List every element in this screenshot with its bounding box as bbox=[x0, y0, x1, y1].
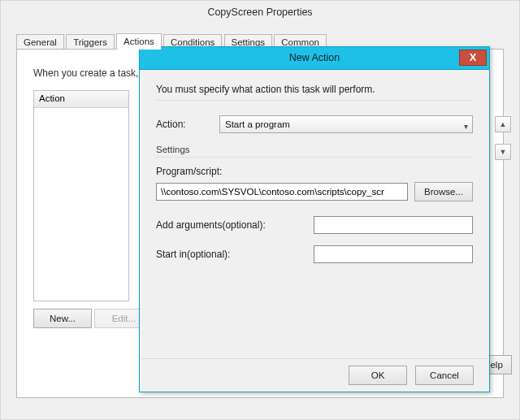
tab-general[interactable]: General bbox=[16, 34, 64, 50]
properties-title: CopyScreen Properties bbox=[1, 1, 519, 24]
actions-list-header[interactable]: Action bbox=[34, 91, 128, 108]
start-in-input[interactable] bbox=[314, 245, 473, 263]
chevron-down-icon: ▾ bbox=[464, 119, 468, 135]
cancel-button[interactable]: Cancel bbox=[415, 366, 474, 385]
start-in-label: Start in(optional): bbox=[156, 249, 314, 260]
add-arguments-input[interactable] bbox=[314, 216, 473, 234]
program-script-row: Browse... bbox=[156, 182, 473, 201]
action-row: Action: Start a program ▾ bbox=[156, 115, 473, 133]
tab-triggers[interactable]: Triggers bbox=[66, 34, 115, 50]
actions-list[interactable]: Action bbox=[33, 90, 129, 301]
close-icon: X bbox=[470, 51, 477, 63]
program-script-label: Program/script: bbox=[156, 166, 473, 177]
settings-divider bbox=[156, 157, 473, 158]
start-in-row: Start in(optional): bbox=[156, 245, 473, 263]
new-action-titlebar[interactable]: New Action X bbox=[140, 47, 489, 70]
new-action-footer: OK Cancel bbox=[141, 358, 488, 391]
add-arguments-row: Add arguments(optional): bbox=[156, 216, 473, 234]
browse-button[interactable]: Browse... bbox=[414, 182, 473, 201]
settings-caption: Settings bbox=[156, 145, 473, 154]
actions-order-spinner: ▲ ▼ bbox=[495, 116, 511, 171]
add-arguments-label: Add arguments(optional): bbox=[156, 219, 314, 231]
action-label: Action: bbox=[156, 119, 219, 130]
move-down-button[interactable]: ▼ bbox=[495, 144, 511, 160]
new-action-button[interactable]: New... bbox=[33, 309, 92, 328]
move-up-button[interactable]: ▲ bbox=[495, 116, 511, 132]
new-action-instruction: You must specify what action this task w… bbox=[156, 84, 473, 95]
new-action-title: New Action bbox=[289, 52, 340, 63]
action-combobox-value: Start a program bbox=[225, 119, 290, 129]
tab-actions[interactable]: Actions bbox=[116, 33, 162, 50]
new-action-body: You must specify what action this task w… bbox=[140, 69, 489, 392]
action-combobox[interactable]: Start a program ▾ bbox=[219, 115, 473, 133]
settings-group: Settings Program/script: Browse... Add a… bbox=[156, 145, 473, 263]
divider bbox=[156, 100, 473, 101]
ok-button[interactable]: OK bbox=[349, 366, 407, 385]
program-script-input[interactable] bbox=[156, 183, 408, 201]
new-action-dialog: New Action X You must specify what actio… bbox=[139, 46, 490, 392]
close-button[interactable]: X bbox=[459, 50, 487, 66]
